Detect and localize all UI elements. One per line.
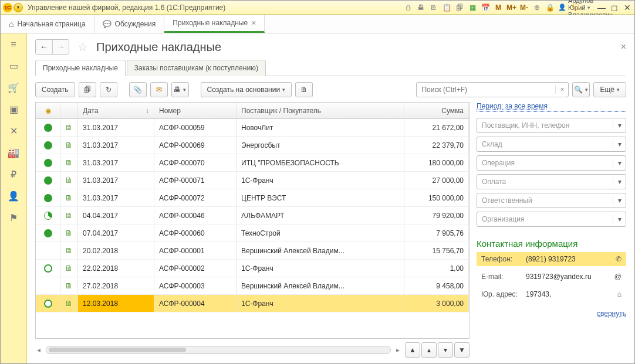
contact-address-row[interactable]: Юр. адрес: 197343, ⌂ <box>477 287 626 301</box>
print-button[interactable]: 🖶▾ <box>171 82 189 97</box>
report-button[interactable]: 🗎 <box>295 82 313 97</box>
nav-menu-icon[interactable]: ≡ <box>11 39 16 50</box>
nav-cart-icon[interactable]: 🛒 <box>8 82 19 93</box>
search-button[interactable]: 🔍▾ <box>572 82 590 97</box>
print-icon[interactable]: ⎙ <box>403 4 413 12</box>
page-last-button[interactable]: ▼ <box>454 342 470 358</box>
nav-card-icon[interactable]: ▭ <box>9 60 18 72</box>
table-row[interactable]: 🗎31.03.2017АСФР-000059НовочЛит21 672,00 <box>36 119 469 137</box>
tab-home[interactable]: ⌂Начальная страница <box>1 15 94 33</box>
create-button[interactable]: Создать <box>35 82 75 97</box>
date-cell: 31.03.2017 <box>78 172 154 189</box>
copy-icon[interactable]: 🗐 <box>455 4 464 12</box>
col-sum[interactable]: Сумма <box>404 103 469 118</box>
horizontal-scrollbar[interactable] <box>46 346 391 354</box>
filter-warehouse[interactable]: Склад▾ <box>477 137 626 152</box>
filter-supplier[interactable]: Поставщик, ИНН, телефон▾ <box>477 118 626 133</box>
search-input[interactable] <box>417 86 555 94</box>
create-based-button[interactable]: Создать на основании ▾ <box>201 82 292 97</box>
close-window-button[interactable]: ✕ <box>623 3 632 12</box>
table-row[interactable]: 🗎12.03.2018АСФР-0000041С-Франч3 000,00 <box>36 295 469 312</box>
maximize-button[interactable]: ◻ <box>610 3 619 12</box>
lock-icon[interactable]: 🔒 <box>545 4 555 12</box>
search-box[interactable]: × <box>416 82 569 97</box>
back-button[interactable]: ← <box>36 40 52 54</box>
period-link[interactable]: Период: за все время <box>477 102 626 112</box>
clipboard-icon[interactable]: 📋 <box>442 4 451 12</box>
supplier-cell: Вершинский Алексей Владим... <box>237 242 404 259</box>
table-row[interactable]: 🗎31.03.2017АСФР-000072ЦЕНТР ВЭСТ150 000,… <box>36 189 469 207</box>
col-status[interactable]: ◉ <box>36 103 60 118</box>
refresh-button[interactable]: ↻ <box>100 82 117 97</box>
mail-button[interactable]: ✉ <box>150 82 168 97</box>
calc-icon[interactable]: ▦ <box>468 4 477 12</box>
minimize-button[interactable]: — <box>597 3 606 12</box>
table-row[interactable]: 🗎31.03.2017АСФР-000069Энергосбыт22 379,7… <box>36 137 469 154</box>
col-number[interactable]: Номер <box>154 103 237 118</box>
nav-box-icon[interactable]: ▣ <box>9 104 18 115</box>
info-dropdown[interactable]: ▾ <box>584 5 593 11</box>
favorite-star-icon[interactable]: ☆ <box>77 40 88 54</box>
tab-invoices[interactable]: Приходные накладные× <box>164 15 265 33</box>
calendar-icon[interactable]: 📅 <box>481 4 490 12</box>
filter-organization[interactable]: Организация▾ <box>477 212 626 227</box>
collapse-link[interactable]: свернуть <box>477 309 626 318</box>
zoom-icon[interactable]: ⊕ <box>532 4 542 12</box>
window-title: Управление нашей фирмой, редакция 1.6 (1… <box>28 4 225 12</box>
status-cell <box>36 189 60 206</box>
table-row[interactable]: 🗎04.04.2017АСФР-000046АЛЬФАМАРТ79 920,00 <box>36 207 469 224</box>
col-icon[interactable] <box>60 103 78 118</box>
home-icon: ⌂ <box>9 19 13 29</box>
table-row[interactable]: 🗎31.03.2017АСФР-000070ИТЦ "ПРОМБЕЗОПАСНО… <box>36 154 469 172</box>
contact-email-row[interactable]: E-mail: 9319723@yandex.ru @ <box>477 270 626 284</box>
nav-tools-icon[interactable]: ✕ <box>10 125 18 137</box>
col-supplier[interactable]: Поставщик / Покупатель <box>237 103 404 118</box>
toolbar: Создать 🗐 ↻ 📎 ✉ 🖶▾ Создать на основании … <box>35 76 626 102</box>
nav-money-icon[interactable]: ₽ <box>11 169 16 180</box>
copy-doc-button[interactable]: 🗐 <box>79 82 96 97</box>
search-clear-icon[interactable]: × <box>555 86 568 94</box>
filter-responsible[interactable]: Ответственный▾ <box>477 193 626 208</box>
filter-operation[interactable]: Операция▾ <box>477 155 626 171</box>
col-date[interactable]: Дата↓ <box>78 103 154 118</box>
page-close-button[interactable]: × <box>621 42 626 52</box>
nav-factory-icon[interactable]: 🏭 <box>8 147 19 158</box>
number-cell: АСФР-000070 <box>154 154 237 171</box>
attach-button[interactable]: 📎 <box>129 82 147 97</box>
m-minus-button[interactable]: M- <box>519 4 529 12</box>
scroll-left-icon[interactable]: ◂ <box>35 346 42 354</box>
page-down-button[interactable]: ▾ <box>438 342 453 358</box>
print2-icon[interactable]: 🖶 <box>416 4 425 12</box>
number-cell: АСФР-000069 <box>154 137 237 154</box>
table-row[interactable]: 🗎31.03.2017АСФР-0000711С-Франч27 000,00 <box>36 172 469 189</box>
m-plus-button[interactable]: M+ <box>506 4 516 12</box>
tab-discuss[interactable]: 💬Обсуждения <box>94 15 165 33</box>
table-row[interactable]: 🗎07.04.2017АСФР-000060ТехноСтрой7 905,76 <box>36 224 469 242</box>
scroll-right-icon[interactable]: ▸ <box>394 346 401 354</box>
supplier-cell: ИТЦ "ПРОМБЕЗОПАСНОСТЬ <box>237 154 404 171</box>
inner-tab-orders[interactable]: Заказы поставщикам (к поступлению) <box>127 60 266 76</box>
page-first-button[interactable]: ▲ <box>405 342 420 358</box>
chevron-down-icon: ▾ <box>613 178 626 186</box>
contact-phone-row[interactable]: Телефон: (8921) 9319723 ✆ <box>477 252 626 266</box>
page-up-button[interactable]: ▴ <box>421 342 437 358</box>
m-button[interactable]: M <box>494 4 503 12</box>
app-menu-dropdown[interactable]: ▾ <box>13 3 23 12</box>
nav-flag-icon[interactable]: ⚑ <box>9 212 18 223</box>
number-cell: АСФР-000004 <box>154 295 237 312</box>
table-row[interactable]: 🗎20.02.2018АСФР-000001Вершинский Алексей… <box>36 242 469 260</box>
table-row[interactable]: 🗎27.02.2018АСФР-000003Вершинский Алексей… <box>36 277 469 295</box>
doc-icon-cell: 🗎 <box>60 224 78 241</box>
filter-payment[interactable]: Оплата▾ <box>477 174 626 189</box>
info-icon[interactable]: ⓘ <box>571 2 580 12</box>
supplier-cell: НовочЛит <box>237 119 404 136</box>
more-button[interactable]: Ещё ▾ <box>593 82 626 97</box>
forward-button[interactable]: → <box>52 40 69 54</box>
doc-icon[interactable]: 🗎 <box>429 4 438 12</box>
close-tab-icon[interactable]: × <box>251 18 256 28</box>
sum-cell: 1,00 <box>404 260 469 277</box>
table-row[interactable]: 🗎22.02.2018АСФР-0000021С-Франч1,00 <box>36 260 469 277</box>
date-cell: 04.04.2017 <box>78 207 154 224</box>
inner-tab-invoices[interactable]: Приходные накладные <box>35 60 126 76</box>
nav-user-icon[interactable]: 👤 <box>8 190 19 202</box>
